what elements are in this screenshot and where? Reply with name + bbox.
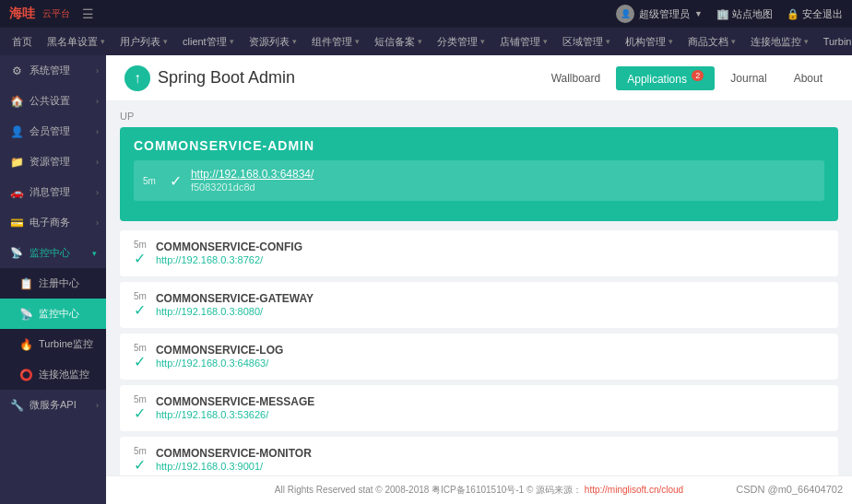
sidebar-sub-section: 📋 注册中心 📡 监控中心 🔥 Turbine监控 ⭕ 连接池监控 (0, 268, 106, 390)
layout: ⚙ 系统管理 › 🏠 公共设置 › 👤 会员管理 › 📁 资源管理 › 🚗 消息… (0, 55, 852, 504)
nav-arrow: ▾ (101, 37, 105, 46)
content-area: UP COMMONSERVICE-ADMIN 5m ✓ http://192.1… (106, 101, 852, 475)
top-bar-left: 海哇 云平台 ☰ (9, 6, 94, 22)
nav-item-blacklist[interactable]: 黑名单设置▾ (40, 28, 112, 55)
sidebar-item-public[interactable]: 🏠 公共设置 › (0, 86, 106, 116)
check-icon: ✓ (170, 172, 182, 190)
nav-item-resources[interactable]: 资源列表▾ (242, 28, 304, 55)
monitor-icon: 📡 (9, 247, 24, 259)
connpool-icon: ⭕ (18, 369, 33, 381)
chevron-right-icon: › (96, 66, 99, 76)
nav-arrow: ▾ (355, 37, 360, 46)
sidebar-item-label: 注册中心 (39, 276, 79, 290)
sba-nav-about[interactable]: About (783, 67, 834, 89)
nav-item-users[interactable]: 用户列表▾ (112, 28, 175, 55)
sba-nav: Wallboard Applications 2 Journal About (540, 66, 834, 90)
service-link-4[interactable]: http://192.168.0.3:9001/ (156, 461, 263, 472)
check-col: 5m ✓ (134, 343, 147, 370)
nav-arrow: ▾ (606, 37, 610, 46)
sba-nav-applications[interactable]: Applications 2 (616, 66, 715, 90)
top-bar: 海哇 云平台 ☰ 👤 超级管理员 ▼ 🏢 站点地图 🔒 安全退出 (0, 0, 852, 28)
time-badge-2: 5m (134, 343, 147, 353)
check-col: 5m ✓ (134, 291, 147, 319)
sidebar-item-ecommerce[interactable]: 💳 电子商务 › (0, 207, 106, 238)
nav-item-goods-docs[interactable]: 商品文档▾ (680, 28, 743, 55)
dropdown-icon: ▼ (694, 9, 703, 18)
nav-arrow: ▾ (230, 37, 234, 46)
sidebar-item-connpool[interactable]: ⭕ 连接池监控 (0, 359, 106, 390)
site-map-label: 站点地图 (732, 7, 773, 21)
nav-arrow: ▾ (543, 37, 548, 46)
nav-item-conn-monitor[interactable]: 连接地监控▾ (743, 28, 816, 55)
csdn-text: CSDN @m0_66404702 (736, 484, 843, 495)
footer-text: All Rights Reserved stat © 2008-2018 粤IC… (275, 485, 533, 495)
sidebar-item-label: 监控中心 (39, 307, 79, 321)
nav-item-sms[interactable]: 短信备案▾ (367, 28, 430, 55)
sidebar-item-label: 微服务API (30, 398, 77, 412)
featured-service-link[interactable]: http://192.168.0.3:64834/ (191, 168, 314, 181)
sidebar-item-label: 消息管理 (30, 185, 70, 199)
service-card-config: 5m ✓ COMMONSERVICE-CONFIG http://192.168… (120, 230, 838, 276)
nav-arrow: ▾ (480, 37, 485, 46)
sidebar-item-monitor-center[interactable]: 📡 监控中心 (0, 299, 106, 329)
monitor-center-icon: 📡 (18, 308, 33, 321)
featured-service-info: http://192.168.0.3:64834/ f5083201dc8d (191, 168, 314, 193)
nav-item-shop[interactable]: 店铺管理▾ (492, 28, 555, 55)
featured-service-detail: 5m ✓ http://192.168.0.3:64834/ f5083201d… (134, 160, 824, 201)
check-icon-2: ✓ (134, 353, 146, 370)
service-info-3: COMMONSERVICE-MESSAGE http://192.168.0.3… (156, 395, 314, 421)
sidebar-item-system[interactable]: ⚙ 系统管理 › (0, 55, 106, 86)
nav-item-category[interactable]: 分类管理▾ (430, 28, 492, 55)
service-link-1[interactable]: http://192.168.0.3:8080/ (156, 306, 263, 317)
home-icon: 🏠 (9, 95, 24, 108)
chevron-down-icon: ▾ (92, 249, 97, 258)
main-content-area: ↑ Spring Boot Admin Wallboard Applicatio… (106, 55, 852, 504)
sidebar-item-turbine[interactable]: 🔥 Turbine监控 (0, 329, 106, 359)
nav-bar: 首页 黑名单设置▾ 用户列表▾ client管理▾ 资源列表▾ 组件管理▾ 短信… (0, 28, 852, 55)
nav-item-turbine[interactable]: Turbine监控▾ (816, 28, 852, 55)
nav-arrow: ▾ (804, 37, 809, 46)
sba-nav-wallboard[interactable]: Wallboard (540, 67, 612, 89)
time-badge-0: 5m (134, 240, 147, 250)
sidebar-item-resources[interactable]: 📁 资源管理 › (0, 147, 106, 177)
sidebar-item-label: 资源管理 (30, 155, 70, 169)
nav-item-home[interactable]: 首页 (5, 28, 40, 55)
check-icon-0: ✓ (134, 250, 146, 267)
service-name-1: COMMONSERVICE-GATEWAY (156, 292, 314, 305)
sidebar-item-microapi[interactable]: 🔧 微服务API › (0, 390, 106, 420)
service-link-3[interactable]: http://192.168.0.3:53626/ (156, 409, 268, 420)
turbine-icon: 🔥 (18, 338, 33, 351)
service-card-gateway: 5m ✓ COMMONSERVICE-GATEWAY http://192.16… (120, 282, 838, 328)
service-link-2[interactable]: http://192.168.0.3:64863/ (156, 357, 268, 369)
nav-item-org[interactable]: 机构管理▾ (618, 28, 680, 55)
sidebar-item-messages[interactable]: 🚗 消息管理 › (0, 177, 106, 207)
nav-item-region[interactable]: 区域管理▾ (555, 28, 618, 55)
nav-arrow: ▾ (669, 37, 673, 46)
footer-source-label: 源码来源： (536, 485, 582, 495)
sba-nav-journal[interactable]: Journal (719, 67, 777, 89)
service-link-0[interactable]: http://192.168.0.3:8762/ (156, 254, 263, 265)
chevron-right-icon: › (96, 158, 99, 167)
nav-item-components[interactable]: 组件管理▾ (304, 28, 367, 55)
check-icon-1: ✓ (134, 301, 146, 319)
up-label: UP (120, 111, 838, 122)
site-map-link[interactable]: 🏢 站点地图 (716, 7, 773, 21)
nav-arrow: ▾ (292, 37, 297, 46)
ecommerce-icon: 💳 (9, 217, 24, 229)
footer-source-link[interactable]: http://minglisoft.cn/cloud (585, 485, 683, 495)
sidebar-item-registry[interactable]: 📋 注册中心 (0, 268, 106, 299)
sidebar-item-label: 系统管理 (30, 64, 70, 77)
nav-item-client[interactable]: client管理▾ (175, 28, 242, 55)
message-icon: 🚗 (9, 186, 24, 199)
logout-link[interactable]: 🔒 安全退出 (787, 7, 843, 21)
settings-icon: ⚙ (9, 64, 24, 77)
time-badge-1: 5m (134, 291, 147, 301)
sidebar-item-members[interactable]: 👤 会员管理 › (0, 116, 106, 147)
service-info-4: COMMONSERVICE-MONITOR http://192.168.0.3… (156, 447, 312, 473)
time-badge-4: 5m (134, 446, 147, 456)
sidebar-item-label: 会员管理 (30, 124, 70, 138)
sidebar-item-monitor-parent[interactable]: 📡 监控中心 ▾ (0, 238, 106, 268)
admin-info[interactable]: 👤 超级管理员 ▼ (616, 5, 703, 23)
sidebar-item-label: 电子商务 (30, 216, 70, 229)
logo-text: 海哇 (9, 6, 35, 22)
